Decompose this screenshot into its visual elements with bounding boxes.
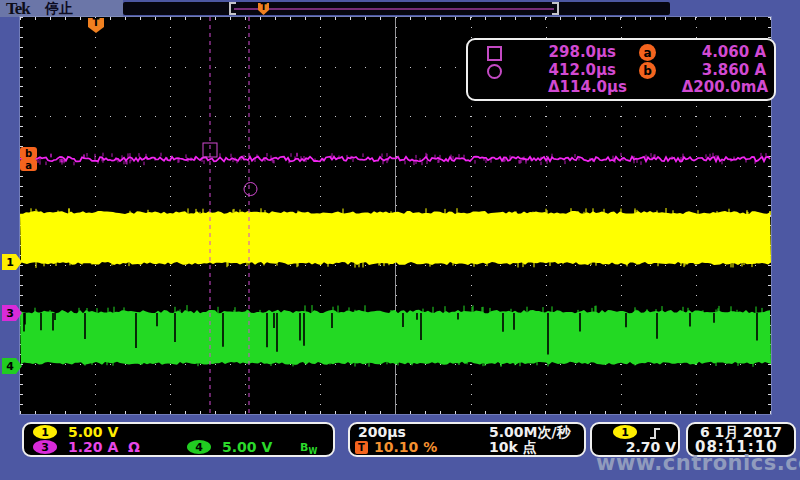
acquisition-status: 停止 bbox=[45, 0, 73, 18]
watermark: www.cntronics.com bbox=[596, 451, 800, 475]
trigger-position-percent: 10.10 % bbox=[374, 440, 437, 455]
cursor1-time: 298.0µs bbox=[516, 43, 616, 61]
cursor-b-badge: b bbox=[639, 62, 656, 79]
circle-cursor-icon bbox=[487, 64, 502, 79]
channel4-waveform bbox=[20, 310, 771, 365]
rising-edge-icon bbox=[648, 426, 662, 440]
horizontal-row-2: T 10.10 % 10k 点 bbox=[350, 440, 584, 455]
cursor-b-marker: b bbox=[20, 147, 37, 159]
timebase: 200µs bbox=[358, 425, 406, 440]
cursor-readout-box: 298.0µs a 4.060 A 412.0µs b 3.860 A Δ114… bbox=[466, 38, 776, 101]
cursor-row-2: 412.0µs b 3.860 A bbox=[468, 61, 774, 79]
channel3-scale: 1.20 A bbox=[68, 440, 118, 455]
record-length: 10k 点 bbox=[489, 440, 537, 455]
cursor-a-value: 4.060 A bbox=[656, 43, 766, 61]
channel4-badge: 4 bbox=[187, 440, 211, 454]
cursor-row-delta: Δ114.0µs Δ200.0mA bbox=[468, 78, 774, 96]
trigger-t-badge: T bbox=[355, 441, 368, 454]
sample-rate: 5.00M次/秒 bbox=[489, 425, 571, 440]
horizontal-row-1: 200µs 5.00M次/秒 bbox=[350, 425, 584, 440]
channel3-waveform bbox=[20, 157, 770, 162]
title-strip: Tek 停止 bbox=[0, 0, 123, 17]
trigger-row-1: 1 bbox=[592, 425, 678, 440]
channel1-scale: 5.00 V bbox=[68, 425, 118, 440]
channel3-position-marker: 3 bbox=[2, 305, 22, 321]
cursor-a-marker: a bbox=[20, 159, 37, 171]
record-waveform-preview bbox=[234, 8, 554, 10]
bandwidth-limit-icon: BW bbox=[300, 440, 317, 459]
cursor-delta-time: Δ114.0µs bbox=[527, 78, 627, 96]
record-window-left-bracket-icon bbox=[229, 2, 236, 15]
cursor-2-circle-marker bbox=[244, 183, 257, 196]
channel1-position-marker: 1 bbox=[2, 254, 22, 270]
channel4-position-marker: 4 bbox=[2, 358, 22, 374]
cursor-a-badge: a bbox=[639, 44, 656, 61]
cursor-delta-value: Δ200.0mA bbox=[658, 78, 768, 96]
horizontal-acquisition-box: 200µs 5.00M次/秒 T 10.10 % 10k 点 bbox=[348, 422, 586, 457]
record-window-right-bracket-icon bbox=[552, 2, 559, 15]
channel1-readout: 1 5.00 V bbox=[24, 425, 333, 440]
channel3-coupling: Ω bbox=[128, 440, 140, 455]
square-cursor-icon bbox=[487, 46, 502, 61]
channel3-badge: 3 bbox=[33, 440, 57, 454]
trigger-source-badge: 1 bbox=[613, 425, 637, 439]
channel1-badge: 1 bbox=[33, 425, 57, 439]
record-trigger-icon: T bbox=[258, 3, 269, 15]
cursor2-time: 412.0µs bbox=[516, 61, 616, 79]
channel-scale-box: 1 5.00 V 3 1.20 A Ω 4 5.00 V BW bbox=[22, 422, 335, 457]
channel1-waveform bbox=[20, 211, 771, 265]
cursor-row-1: 298.0µs a 4.060 A bbox=[468, 43, 774, 61]
oscilloscope-screen: { "title_bar": {"logo": "Tek", "status":… bbox=[0, 0, 800, 480]
cursor-b-value: 3.860 A bbox=[656, 61, 766, 79]
record-view-bar: T bbox=[123, 2, 670, 15]
channel3-channel4-readout: 3 1.20 A Ω 4 5.00 V BW bbox=[24, 440, 333, 455]
channel4-scale: 5.00 V bbox=[222, 440, 272, 455]
